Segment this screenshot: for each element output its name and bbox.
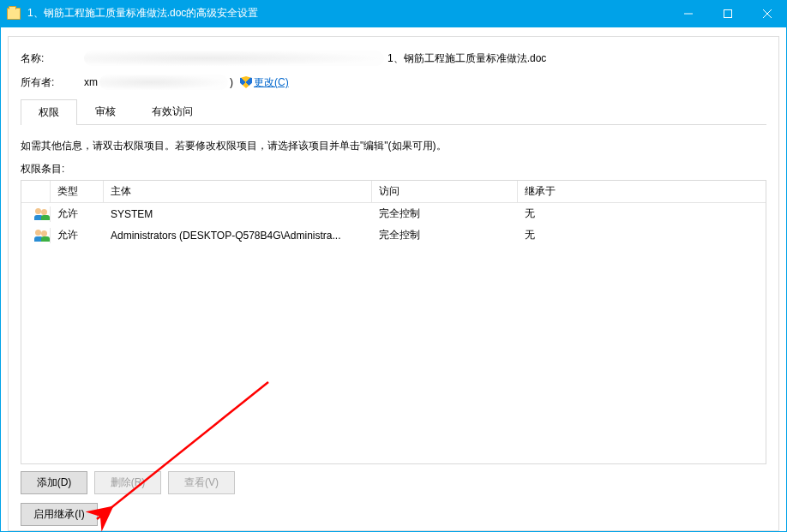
permissions-list[interactable]: 类型 主体 访问 继承于 允许 SYSTEM 完全控制 无 允许 Adminis… bbox=[21, 180, 766, 464]
tab-permissions[interactable]: 权限 bbox=[21, 99, 77, 125]
name-value: 1、钢筋工程施工质量标准做法.doc bbox=[387, 51, 546, 66]
help-text: 如需其他信息，请双击权限项目。若要修改权限项目，请选择该项目并单击"编辑"(如果… bbox=[21, 139, 766, 153]
owner-label: 所有者: bbox=[21, 75, 84, 90]
col-principal[interactable]: 主体 bbox=[104, 181, 372, 202]
list-row[interactable]: 允许 Administrators (DESKTOP-Q578B4G\Admin… bbox=[21, 224, 766, 246]
close-button[interactable] bbox=[748, 0, 787, 27]
window-title: 1、钢筋工程施工质量标准做法.doc的高级安全设置 bbox=[27, 6, 258, 21]
redacted-path bbox=[84, 51, 384, 66]
tab-effective-access[interactable]: 有效访问 bbox=[134, 99, 211, 124]
add-button[interactable]: 添加(D) bbox=[21, 471, 87, 494]
owner-row: 所有者: xm ) 更改(C) bbox=[21, 75, 766, 90]
col-icon-spacer bbox=[21, 181, 51, 202]
name-label: 名称: bbox=[21, 51, 84, 66]
entry-buttons: 添加(D) 删除(R) 查看(V) bbox=[21, 471, 766, 494]
titlebar: 1、钢筋工程施工质量标准做法.doc的高级安全设置 bbox=[0, 0, 787, 27]
svg-rect-1 bbox=[724, 9, 732, 17]
cell-inherited: 无 bbox=[518, 226, 766, 244]
cell-principal: SYSTEM bbox=[104, 206, 372, 222]
col-type[interactable]: 类型 bbox=[51, 181, 104, 202]
cell-type: 允许 bbox=[51, 205, 104, 223]
view-button: 查看(V) bbox=[168, 471, 235, 494]
cell-type: 允许 bbox=[51, 226, 104, 244]
owner-prefix: xm bbox=[84, 76, 98, 88]
tab-auditing[interactable]: 审核 bbox=[77, 99, 134, 124]
owner-paren-close: ) bbox=[230, 76, 233, 88]
redacted-owner bbox=[99, 75, 228, 90]
col-inherited[interactable]: 继承于 bbox=[518, 181, 766, 202]
cell-access: 完全控制 bbox=[372, 226, 518, 244]
tabs: 权限 审核 有效访问 bbox=[21, 99, 766, 125]
list-row[interactable]: 允许 SYSTEM 完全控制 无 bbox=[21, 203, 766, 224]
folder-icon bbox=[7, 8, 21, 20]
inherit-buttons: 启用继承(I) bbox=[21, 503, 766, 526]
cell-principal: Administrators (DESKTOP-Q578B4G\Administ… bbox=[104, 228, 372, 243]
change-owner-link[interactable]: 更改(C) bbox=[254, 75, 289, 90]
enable-inherit-button[interactable]: 启用继承(I) bbox=[21, 503, 98, 526]
list-header: 类型 主体 访问 继承于 bbox=[21, 181, 766, 203]
maximize-button[interactable] bbox=[708, 0, 748, 27]
cell-access: 完全控制 bbox=[372, 205, 518, 223]
name-row: 名称: 1、钢筋工程施工质量标准做法.doc bbox=[21, 51, 766, 66]
list-label: 权限条目: bbox=[21, 162, 766, 176]
cell-inherited: 无 bbox=[518, 205, 766, 223]
remove-button: 删除(R) bbox=[94, 471, 161, 494]
minimize-button[interactable] bbox=[669, 0, 708, 27]
col-access[interactable]: 访问 bbox=[372, 181, 518, 202]
shield-icon bbox=[240, 76, 252, 88]
